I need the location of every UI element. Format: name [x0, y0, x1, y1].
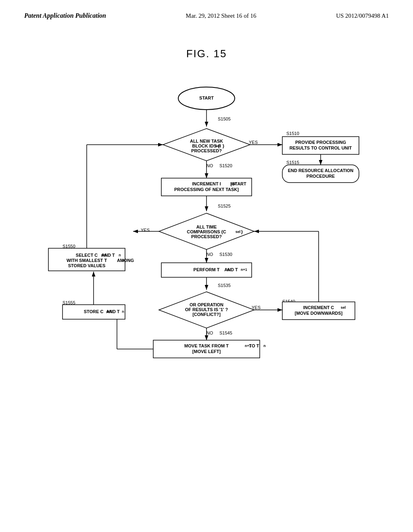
s1545-text-2: [MOVE LEFT] [192, 349, 221, 354]
s1510-label: S1510 [286, 131, 299, 136]
s1530-sub2: n+1 [241, 268, 247, 272]
header-left: Patent Application Publication [24, 12, 106, 19]
start-node: START [199, 96, 214, 100]
s1505-label: S1505 [218, 116, 231, 121]
s1545-text-1: MOVE TASK FROM T [184, 343, 229, 348]
s1530-text: PERFORM T [194, 267, 220, 272]
s1510-text-1: PROVIDE PROCESSING [295, 140, 346, 145]
s1525-text-2b: } [241, 229, 243, 234]
s1510-text-2: RESULTS TO CONTROL UNIT [290, 145, 352, 150]
yes-s1525: YES [141, 228, 150, 233]
s1515-label: S1515 [286, 160, 299, 165]
s1515-text-1: END RESOURCE ALLOCATION [288, 168, 354, 173]
yes-s1505: YES [249, 140, 258, 145]
s1550-text-2: WITH SMALLEST T [67, 258, 107, 263]
s1530-label: S1530 [219, 252, 232, 257]
no-s1505: NO [206, 163, 213, 168]
s1555-label: S1555 [63, 300, 75, 305]
s1525-text-2: COMPARISONS {C [187, 229, 226, 234]
s1550-text-2b: AMONG [117, 258, 134, 263]
yes-s1535: YES [252, 305, 261, 310]
s1525-label: S1525 [218, 204, 231, 208]
s1545-sub2: n [263, 344, 266, 348]
s1535-label: S1535 [218, 283, 231, 288]
s1550-label: S1550 [63, 244, 75, 249]
header-center: Mar. 29, 2012 Sheet 16 of 16 [186, 12, 257, 19]
s1555-text: STORE C [84, 309, 104, 314]
s1550-text-3: STORED VALUES [68, 263, 106, 268]
no-s1535: NO [206, 330, 213, 335]
s1520-label-pos: S1520 [219, 163, 232, 168]
s1545-text-1b: TO T [249, 343, 259, 348]
s1550-text-1: SELECT C [76, 253, 98, 258]
page-header: Patent Application Publication Mar. 29, … [0, 0, 413, 23]
s1505-text-1: ALL NEW TASK [190, 139, 223, 143]
s1525-sub: sel [236, 230, 241, 234]
s1530-text2: AND T [224, 267, 238, 272]
s1555-text2: AND T [106, 309, 120, 314]
header-right: US 2012/0079498 A1 [336, 12, 389, 19]
flowchart-diagram: START S1505 ALL NEW TASK BLOCK IDS {I se… [0, 64, 413, 507]
s1540-text-1: INCREMENT C [303, 305, 334, 310]
s1505-text-3: } [223, 143, 225, 148]
s1540-sub: sel [341, 305, 346, 310]
s1550-sub2: n [119, 253, 121, 257]
s1550-text-1b: AND T [101, 253, 115, 258]
s1505-sub: sel [215, 144, 221, 148]
s1520-text-1b: [START [230, 181, 246, 186]
s1545-label: S1545 [219, 330, 232, 335]
s1520-text-1: INCREMENT I [192, 181, 221, 186]
s1540-text-2: [MOVE DOWNWARDS] [295, 311, 343, 316]
s1535-text-1: OR OPERATION [190, 302, 223, 307]
s1535-text-2: OF RESULTS IS '1' ? [185, 307, 228, 312]
s1555-sub2: n [122, 310, 124, 314]
s1525-text-1: ALL TIME [196, 224, 217, 229]
s1515-text-2: PROCEDURE [307, 174, 335, 179]
no-s1525: NO [206, 252, 213, 257]
figure-label: FIG. 15 [0, 48, 413, 60]
s1525-text-3: PROCESSED? [191, 234, 222, 239]
s1520-text-2: PROCESSING OF NEXT TASK] [174, 187, 239, 192]
s1505-text-4: PROCESSED? [191, 148, 222, 153]
s1535-text-3: [CONFLICT?] [192, 312, 221, 317]
